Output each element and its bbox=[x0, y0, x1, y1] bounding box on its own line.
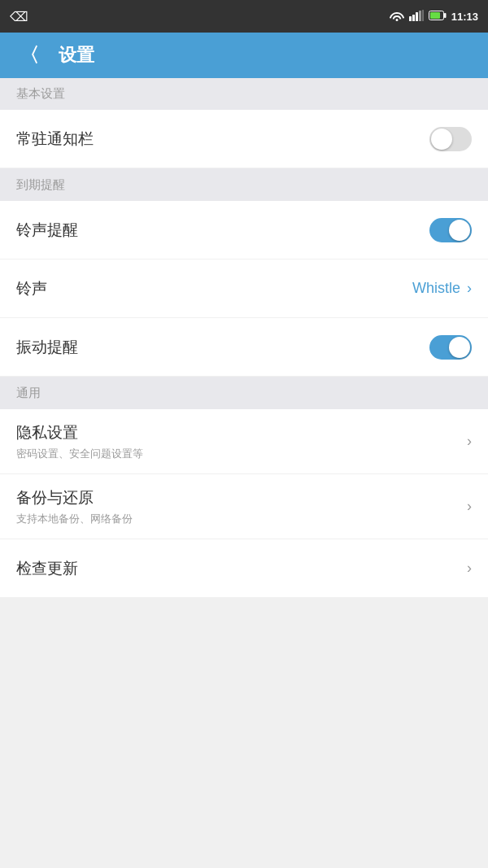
toggle-knob-notification bbox=[431, 129, 452, 150]
toggle-ringtone-alert[interactable] bbox=[429, 218, 472, 242]
signal-icon bbox=[409, 10, 424, 24]
svg-rect-0 bbox=[409, 16, 412, 21]
wifi-icon bbox=[390, 10, 404, 24]
back-button[interactable]: 〈 bbox=[13, 39, 46, 72]
nav-row-backup[interactable]: 备份与还原 支持本地备份、网络备份 › bbox=[0, 474, 488, 539]
svg-rect-3 bbox=[419, 11, 421, 21]
setting-row-notification[interactable]: 常驻通知栏 bbox=[0, 110, 488, 168]
bottom-spacer bbox=[0, 598, 488, 761]
section-header-basic: 基本设置 bbox=[0, 78, 488, 110]
chevron-ringtone-icon: › bbox=[467, 280, 472, 297]
ringtone-value: Whistle bbox=[412, 280, 460, 297]
nav-row-update-left: 检查更新 bbox=[16, 558, 78, 579]
nav-row-backup-left: 备份与还原 支持本地备份、网络备份 bbox=[16, 487, 133, 526]
app-bar: 〈 设置 bbox=[0, 33, 488, 78]
section-header-general: 通用 bbox=[0, 377, 488, 409]
nav-row-privacy-left: 隐私设置 密码设置、安全问题设置等 bbox=[16, 422, 143, 461]
status-left: ⌫ bbox=[10, 9, 28, 24]
setting-row-vibration[interactable]: 振动提醒 bbox=[0, 318, 488, 377]
toggle-knob-ringtone bbox=[449, 220, 470, 241]
svg-rect-4 bbox=[422, 10, 424, 21]
status-right: 11:13 bbox=[390, 10, 478, 24]
page-title: 设置 bbox=[59, 43, 94, 68]
chevron-update-icon: › bbox=[467, 560, 472, 577]
ringtone-value-container: Whistle › bbox=[412, 280, 472, 297]
status-bar: ⌫ 11:13 bbox=[0, 0, 488, 33]
setting-label-ringtone-alert: 铃声提醒 bbox=[16, 220, 78, 241]
setting-label-vibration: 振动提醒 bbox=[16, 337, 78, 358]
nav-row-privacy[interactable]: 隐私设置 密码设置、安全问题设置等 › bbox=[0, 409, 488, 474]
usb-icon: ⌫ bbox=[10, 9, 28, 24]
time-display: 11:13 bbox=[451, 11, 478, 23]
settings-content: 基本设置 常驻通知栏 到期提醒 铃声提醒 铃声 Whistle › bbox=[0, 78, 488, 761]
toggle-knob-vibration bbox=[449, 337, 470, 358]
chevron-privacy-icon: › bbox=[467, 433, 472, 450]
svg-rect-1 bbox=[412, 15, 415, 21]
setting-label-ringtone: 铃声 bbox=[16, 278, 47, 299]
svg-rect-2 bbox=[416, 12, 418, 21]
section-header-reminder: 到期提醒 bbox=[0, 169, 488, 201]
svg-rect-6 bbox=[444, 13, 447, 18]
setting-row-ringtone-alert[interactable]: 铃声提醒 bbox=[0, 201, 488, 260]
battery-icon bbox=[429, 11, 447, 23]
nav-row-update[interactable]: 检查更新 › bbox=[0, 539, 488, 598]
svg-rect-7 bbox=[430, 12, 440, 19]
toggle-notification[interactable] bbox=[429, 127, 472, 151]
chevron-backup-icon: › bbox=[467, 498, 472, 515]
toggle-vibration[interactable] bbox=[429, 335, 472, 360]
setting-row-ringtone[interactable]: 铃声 Whistle › bbox=[0, 260, 488, 318]
setting-label-notification: 常驻通知栏 bbox=[16, 129, 94, 150]
